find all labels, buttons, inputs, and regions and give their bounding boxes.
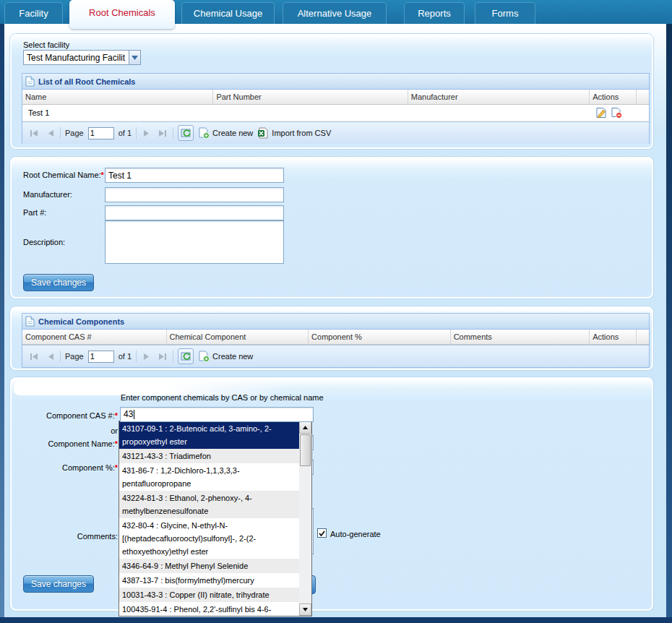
column-header-name[interactable]: Name	[22, 90, 213, 105]
window-left-border	[0, 24, 4, 623]
column-header-manufacturer[interactable]: Manufacturer	[408, 90, 590, 105]
column-header-spacer	[637, 330, 649, 345]
facility-select-arrow-button[interactable]	[129, 50, 141, 65]
tab-reports[interactable]: Reports	[404, 2, 465, 24]
description-label: Description:	[23, 238, 65, 246]
first-page-button[interactable]	[28, 351, 40, 362]
create-new-icon	[198, 127, 210, 139]
edit-icon[interactable]	[595, 107, 607, 119]
previous-page-button[interactable]	[44, 127, 56, 139]
page-content: Select facility Test Manufacturing Facil…	[4, 24, 666, 617]
component-cas-label: Component CAS #:*	[16, 411, 118, 420]
component-name-label: Component Name:*	[16, 439, 118, 448]
document-icon	[25, 76, 35, 87]
page-number-input[interactable]	[88, 351, 114, 363]
create-new-icon	[198, 351, 210, 362]
component-hint-text: Enter component chemicals by CAS or by c…	[121, 393, 324, 402]
description-textarea[interactable]	[105, 220, 284, 264]
autocomplete-item[interactable]: 4346-64-9 : Methyl Phenyl Selenide	[119, 559, 299, 573]
column-header-part-number[interactable]: Part Number	[213, 90, 408, 105]
part-number-label: Part #:	[23, 208, 46, 217]
tab-forms[interactable]: Forms	[475, 2, 535, 24]
column-header-component-cas[interactable]: Component CAS #	[22, 330, 167, 345]
pager-separator	[173, 127, 173, 139]
page-of-label: of 1	[119, 129, 132, 137]
refresh-icon	[181, 128, 191, 139]
pager-separator	[60, 127, 61, 139]
page-of-label: of 1	[119, 352, 132, 361]
root-chemicals-panel: Select facility Test Manufacturing Facil…	[10, 34, 653, 149]
auto-generate-checkbox[interactable]	[317, 528, 327, 538]
cas-autocomplete-dropdown: 43107-09-1 : 2-Butenoic acid, 3-amino-, …	[119, 421, 312, 616]
autocomplete-item[interactable]: 43224-81-3 : Ethanol, 2-phenoxy-, 4-meth…	[119, 491, 299, 518]
component-percent-label: Component %:*	[16, 463, 118, 472]
autocomplete-item[interactable]: 100435-91-4 : Phenol, 2,2'-sulfinyl bis …	[119, 602, 299, 616]
component-cas-label-text: Component CAS #:	[46, 411, 115, 420]
pager-separator	[60, 351, 61, 362]
first-page-button[interactable]	[28, 127, 40, 139]
tab-facility[interactable]: Facility	[4, 2, 63, 24]
facility-select[interactable]: Test Manufacturing Facilit	[23, 50, 141, 65]
component-name-label-text: Component Name:	[48, 439, 114, 448]
create-new-button[interactable]: Create new	[198, 351, 253, 362]
root-chemicals-grid-header: List of all Root Chemicals	[22, 74, 649, 90]
column-header-actions[interactable]: Actions	[590, 330, 637, 345]
import-from-csv-button[interactable]: Import from CSV	[257, 127, 331, 139]
tab-alternative-usage[interactable]: Alternative Usage	[283, 2, 387, 24]
tab-chemical-usage[interactable]: Chemical Usage	[181, 2, 275, 24]
column-header-component-percent[interactable]: Component %	[309, 330, 451, 345]
comments-label: Comments:	[16, 532, 118, 541]
autocomplete-list: 43107-09-1 : 2-Butenoic acid, 3-amino-, …	[119, 421, 299, 616]
autocomplete-item[interactable]: 432-80-4 : Glycine, N-ethyl-N-[(heptadec…	[119, 518, 299, 559]
autocomplete-item[interactable]: 431-86-7 : 1,2-Dichloro-1,1,3,3,3-pentaf…	[119, 463, 299, 491]
autocomplete-item[interactable]: 43107-09-1 : 2-Butenoic acid, 3-amino-, …	[119, 421, 299, 449]
part-number-input[interactable]	[105, 205, 284, 220]
auto-generate-label: Auto-generate	[330, 530, 381, 538]
manufacturer-label: Manufacturer:	[23, 190, 72, 199]
or-label: or	[16, 426, 118, 435]
page-number-input[interactable]	[88, 127, 114, 139]
chemical-components-grid: Chemical Components Component CAS # Chem…	[22, 313, 650, 368]
create-new-button[interactable]: Create new	[198, 127, 253, 139]
tab-root-chemicals[interactable]: Root Chemicals	[69, 0, 175, 29]
table-row[interactable]: Test 1	[22, 105, 649, 121]
previous-page-button[interactable]	[44, 351, 56, 362]
save-changes-button[interactable]: Save changes	[23, 575, 94, 593]
column-header-chemical-component[interactable]: Chemical Component	[167, 330, 309, 345]
refresh-button[interactable]	[178, 348, 194, 364]
autocomplete-item[interactable]: 10031-43-3 : Copper (II) nitrate, trihyd…	[119, 588, 299, 602]
pager-separator	[173, 351, 173, 362]
page-label: Page	[65, 352, 84, 361]
save-changes-button[interactable]: Save changes	[23, 274, 94, 291]
column-header-actions[interactable]: Actions	[590, 90, 637, 105]
manufacturer-input[interactable]	[105, 187, 284, 202]
select-facility-label: Select facility	[23, 40, 69, 49]
excel-csv-icon	[257, 127, 269, 139]
root-chemical-name-label: Root Chemical Name:*	[23, 171, 104, 179]
delete-icon[interactable]	[611, 107, 622, 119]
autocomplete-item[interactable]: 4387-13-7 : bis(formylmethyl)mercury	[119, 573, 299, 588]
tab-bar: Facility Root Chemicals Chemical Usage A…	[0, 0, 672, 24]
document-icon	[25, 316, 35, 327]
scrollbar-thumb[interactable]	[300, 434, 311, 466]
autocomplete-item[interactable]: 43121-43-3 : Triadimefon	[119, 449, 299, 463]
next-page-button[interactable]	[141, 127, 152, 139]
refresh-button[interactable]	[178, 125, 194, 141]
row-cell-actions	[591, 105, 642, 121]
component-cas-input[interactable]: 43	[120, 407, 314, 422]
pager-separator	[136, 351, 137, 362]
required-asterisk: *	[101, 171, 104, 179]
root-chemical-name-input[interactable]	[105, 168, 284, 183]
chemical-components-grid-title: Chemical Components	[38, 317, 124, 326]
scroll-up-button[interactable]	[299, 421, 311, 434]
last-page-button[interactable]	[157, 127, 168, 139]
refresh-icon	[181, 351, 191, 362]
column-header-comments[interactable]: Comments	[451, 330, 590, 345]
next-page-button[interactable]	[141, 351, 152, 362]
last-page-button[interactable]	[157, 351, 168, 362]
scroll-down-button[interactable]	[299, 603, 311, 616]
root-chemicals-grid-title: List of all Root Chemicals	[38, 77, 135, 86]
components-column-headers: Component CAS # Chemical Component Compo…	[22, 330, 649, 345]
scrollbar-track[interactable]	[299, 467, 311, 603]
facility-select-value: Test Manufacturing Facilit	[23, 50, 129, 65]
